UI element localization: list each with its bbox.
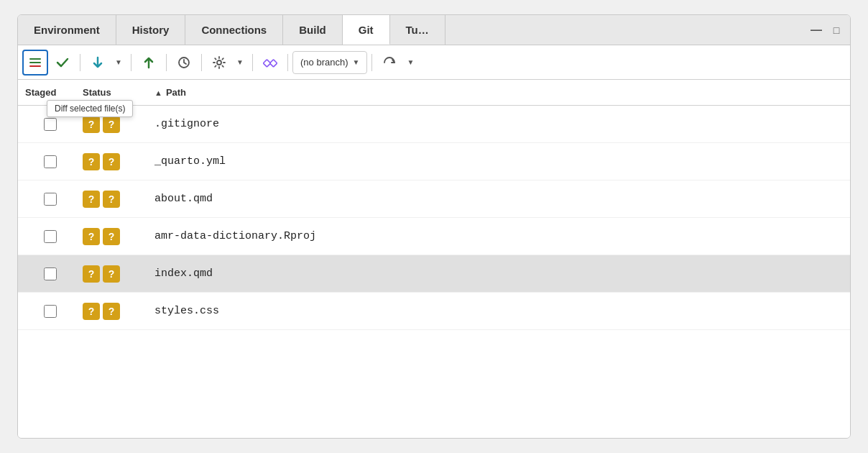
settings-dropdown-arrow: ▼ (236, 58, 244, 66)
file-row[interactable]: ? ? .gitignore (18, 106, 850, 143)
diff-button[interactable] (22, 50, 48, 76)
tab-icon-group: — □ (803, 15, 850, 45)
status-badge-unstaged-5: ? (103, 265, 120, 283)
file-row[interactable]: ? ? styles.css (18, 293, 850, 330)
status-badge-unstaged-6: ? (103, 303, 120, 320)
svg-rect-0 (29, 58, 41, 60)
status-badge-unstaged-2: ? (103, 153, 120, 170)
file-row[interactable]: ? ? about.qmd (18, 180, 850, 218)
file-checkbox-3[interactable] (18, 193, 83, 206)
file-name-1: .gitignore (147, 118, 850, 130)
refresh-button[interactable] (377, 50, 402, 76)
minimize-button[interactable]: — (808, 23, 824, 37)
checkbox-6[interactable] (44, 305, 57, 318)
branch-selector[interactable]: (no branch) ▼ (292, 51, 367, 74)
column-staged: Staged (18, 87, 83, 98)
tab-bar: Environment History Connections Build Gi… (18, 15, 850, 45)
sort-arrow-icon: ▲ (154, 88, 162, 97)
file-checkbox-5[interactable] (18, 267, 83, 280)
file-status-5: ? ? (83, 265, 147, 283)
git-branch-icon-button[interactable] (257, 50, 283, 76)
status-badge-staged-2: ? (83, 153, 100, 170)
commit-button[interactable] (50, 50, 75, 76)
file-status-1: ? ? (83, 116, 147, 133)
git-panel: Environment History Connections Build Gi… (17, 14, 851, 439)
settings-button[interactable] (206, 50, 232, 76)
separator-6 (287, 54, 288, 71)
maximize-button[interactable]: □ (828, 23, 844, 37)
file-name-3: about.qmd (147, 193, 850, 205)
checkbox-2[interactable] (44, 155, 57, 168)
svg-point-4 (217, 60, 221, 65)
file-status-4: ? ? (83, 228, 147, 245)
status-badge-unstaged-1: ? (103, 116, 120, 133)
settings-dropdown-button[interactable]: ▼ (234, 50, 248, 76)
file-row[interactable]: ? ? amr-data-dictionary.Rproj (18, 218, 850, 255)
separator-7 (371, 54, 372, 71)
separator-3 (166, 54, 167, 71)
tab-tutorial[interactable]: Tu… (390, 15, 445, 45)
separator-4 (201, 54, 202, 71)
git-branch-icon (263, 55, 277, 70)
status-badge-staged-3: ? (83, 191, 100, 208)
refresh-dropdown-arrow: ▼ (407, 58, 414, 66)
checkbox-4[interactable] (44, 230, 57, 243)
column-header-row: Staged Status ▲ Path Diff selected file(… (18, 80, 850, 106)
settings-icon (212, 55, 226, 70)
status-badge-staged-5: ? (83, 265, 100, 283)
file-status-2: ? ? (83, 153, 147, 170)
file-checkbox-1[interactable] (18, 118, 83, 131)
status-badge-unstaged-3: ? (103, 191, 120, 208)
pull-icon (91, 55, 105, 70)
branch-dropdown-arrow: ▼ (352, 58, 359, 66)
file-name-5: index.qmd (147, 267, 850, 280)
file-row[interactable]: ? ? _quarto.yml (18, 143, 850, 180)
tab-build[interactable]: Build (283, 15, 343, 45)
tab-git[interactable]: Git (343, 15, 390, 45)
history-icon (177, 55, 191, 70)
separator-2 (131, 54, 131, 71)
checkbox-1[interactable] (44, 118, 57, 131)
status-badge-staged-4: ? (83, 228, 100, 245)
file-list: ? ? .gitignore ? ? _quarto.yml ? ? abou (18, 106, 850, 438)
separator-5 (252, 54, 253, 71)
pull-dropdown-arrow: ▼ (115, 58, 122, 66)
push-button[interactable] (136, 50, 162, 76)
checkbox-5[interactable] (44, 267, 57, 280)
branch-label: (no branch) (300, 57, 348, 68)
file-checkbox-4[interactable] (18, 230, 83, 243)
svg-rect-2 (29, 65, 41, 67)
refresh-dropdown-button[interactable]: ▼ (404, 50, 418, 76)
pull-dropdown-button[interactable]: ▼ (112, 50, 126, 76)
separator-1 (80, 54, 80, 71)
column-path[interactable]: ▲ Path (147, 87, 850, 98)
tab-history[interactable]: History (116, 15, 186, 45)
tab-spacer (445, 15, 803, 45)
file-name-2: _quarto.yml (147, 155, 850, 168)
file-row-selected[interactable]: ? ? index.qmd (18, 255, 850, 293)
file-checkbox-6[interactable] (18, 305, 83, 318)
tab-environment[interactable]: Environment (18, 15, 116, 45)
diff-icon (28, 55, 42, 70)
git-toolbar: ▼ ▼ (18, 45, 850, 80)
file-status-3: ? ? (83, 191, 147, 208)
status-badge-staged-6: ? (83, 303, 100, 320)
file-status-6: ? ? (83, 303, 147, 320)
file-name-4: amr-data-dictionary.Rproj (147, 230, 850, 242)
svg-rect-1 (29, 62, 41, 63)
tab-connections[interactable]: Connections (185, 15, 283, 45)
status-badge-staged-1: ? (83, 116, 100, 133)
file-checkbox-2[interactable] (18, 155, 83, 168)
commit-icon (55, 55, 70, 70)
pull-button[interactable] (85, 50, 111, 76)
history-button[interactable] (171, 50, 197, 76)
status-badge-unstaged-4: ? (103, 228, 120, 245)
checkbox-3[interactable] (44, 193, 57, 206)
file-name-6: styles.css (147, 305, 850, 317)
column-status: Status (83, 87, 147, 98)
refresh-icon (382, 55, 397, 70)
push-icon (142, 55, 156, 70)
